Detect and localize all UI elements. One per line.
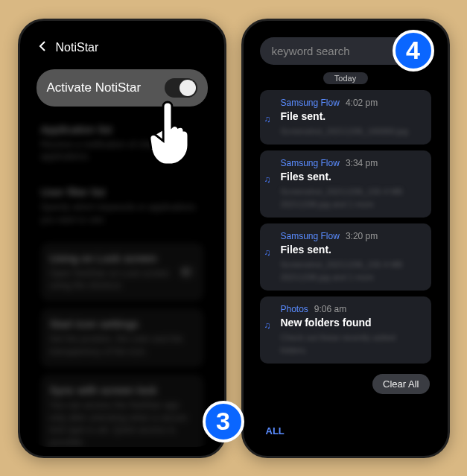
page-title: NotiStar: [56, 41, 99, 54]
setting-subtitle: Set the position, the color and the tran…: [50, 333, 194, 358]
notification-time: 3:20 pm: [346, 231, 378, 241]
phone-mockup-notifications: 4 keyword search Today ♫ Samsung Flow 4:…: [241, 19, 450, 458]
setting-item-lockscreen[interactable]: Using on Lock screen Open NotiStar on Lo…: [41, 243, 203, 302]
music-note-icon: ♫: [264, 174, 271, 185]
notification-title: New folders found: [281, 317, 422, 329]
notification-title: File sent.: [281, 110, 422, 122]
app-header: NotiStar: [29, 30, 215, 63]
notification-time: 3:34 pm: [346, 158, 378, 168]
notification-item[interactable]: ♫ Photos 9:06 am New folders found Check…: [260, 296, 431, 364]
notification-body-blurred: Screenshot_20211206_155 4 MB 20211206.jp…: [281, 185, 422, 210]
setting-subtitle: Open NotiStar on Lock screen using the s…: [50, 267, 180, 293]
lockscreen-toggle[interactable]: [180, 266, 194, 278]
step-badge-3: 3: [203, 401, 244, 442]
music-note-icon: ♫: [264, 247, 271, 258]
tab-all[interactable]: ALL: [252, 419, 439, 442]
setting-item[interactable]: User filter list Specify which keywords …: [41, 180, 203, 232]
phone-mockup-settings: NotiStar Activate NotiStar Application l…: [18, 19, 226, 458]
setting-title: Using on Lock screen: [50, 252, 180, 264]
activate-toggle[interactable]: [165, 78, 197, 98]
music-note-icon: ♫: [264, 114, 271, 124]
screen-notifications: keyword search Today ♫ Samsung Flow 4:02…: [252, 30, 439, 447]
notification-item[interactable]: ♫ Samsung Flow 3:34 pm Files sent. Scree…: [260, 150, 431, 218]
notification-app: Samsung Flow: [281, 231, 340, 241]
back-icon[interactable]: [38, 40, 47, 56]
notification-title: Files sent.: [281, 244, 422, 256]
notification-app: Samsung Flow: [281, 158, 340, 168]
notification-time: 9:06 am: [314, 304, 346, 314]
toggle-knob: [180, 80, 196, 96]
setting-title: User filter list: [41, 185, 203, 198]
notification-time: 4:02 pm: [346, 98, 378, 108]
notification-item[interactable]: ♫ Samsung Flow 4:02 pm File sent. Screen…: [260, 90, 431, 145]
date-label: Today: [323, 72, 368, 84]
step-badge-4: 4: [393, 30, 434, 72]
activate-label: Activate NotiStar: [47, 80, 142, 95]
notification-app: Photos: [281, 304, 308, 314]
notification-body-blurred: Screenshot_20211206_160000.jpg: [281, 125, 422, 138]
screen-settings: NotiStar Activate NotiStar Application l…: [29, 30, 215, 447]
notification-item[interactable]: ♫ Samsung Flow 3:20 pm Files sent. Scree…: [260, 223, 431, 291]
notification-app: Samsung Flow: [281, 98, 340, 108]
music-note-icon: ♫: [264, 320, 271, 331]
notification-title: Files sent.: [281, 171, 422, 183]
setting-item[interactable]: Sync with screen lock You can access the…: [41, 375, 203, 447]
setting-title: Sync with screen lock: [50, 384, 194, 396]
notification-body-blurred: Screenshot_20211206_155 4 MB 20211206.jp…: [281, 258, 422, 283]
clear-all-button[interactable]: Clear All: [372, 374, 429, 394]
setting-subtitle: Specify which keywords or applications y…: [41, 201, 203, 226]
hand-pointer-icon: [142, 101, 194, 168]
setting-item[interactable]: Start icon settings Set the position, th…: [41, 308, 203, 367]
setting-subtitle: You can access the NotiStar app only aft…: [50, 399, 194, 447]
notification-body-blurred: Check out these recently added folders.: [281, 331, 422, 356]
notification-list: ♫ Samsung Flow 4:02 pm File sent. Screen…: [252, 90, 439, 364]
setting-title: Start icon settings: [50, 317, 194, 330]
